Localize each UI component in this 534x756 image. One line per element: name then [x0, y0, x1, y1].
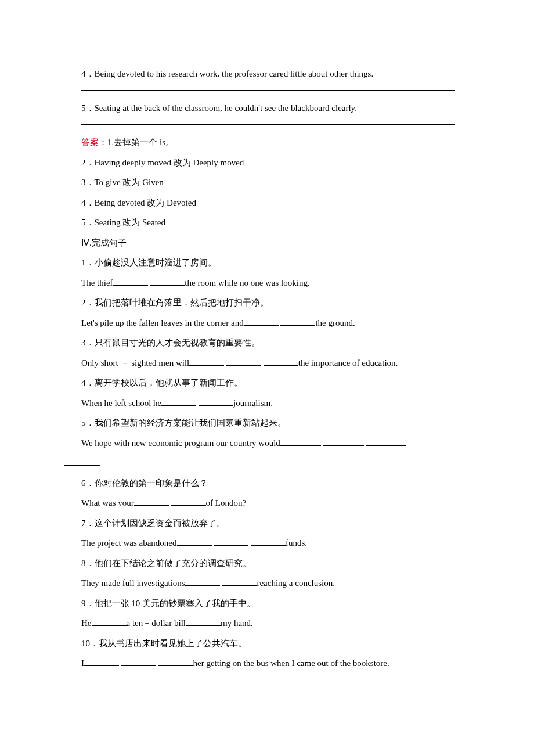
blank — [323, 437, 364, 446]
blank — [92, 617, 127, 626]
sentence-1-en-b: the room while no one was looking. — [185, 278, 309, 287]
blank — [280, 316, 315, 326]
blank — [150, 276, 185, 286]
blank — [161, 397, 196, 406]
sentence-5-en-cont: . — [64, 453, 470, 473]
sentence-10-cn: 10．我从书店出来时看见她上了公共汽车。 — [64, 633, 470, 654]
answers-block: 答案：1.去掉第一个 is。 — [64, 132, 470, 153]
sentence-2-cn: 2．我们把落叶堆在角落里，然后把地打扫干净。 — [64, 293, 470, 313]
sentence-3-en: Only short － sighted men will the import… — [64, 353, 470, 373]
blank — [134, 496, 169, 506]
sentence-7-en-b: funds. — [286, 538, 307, 548]
answer-label: 答案： — [81, 138, 107, 147]
question-4-text: 4．Being devoted to his research work, th… — [64, 64, 470, 84]
answer-4-text: 4．Being devoted 改为 Devoted — [64, 193, 470, 213]
blank — [177, 537, 212, 546]
sentence-4-en: When he left school he journalism. — [64, 393, 470, 413]
section-4-heading: Ⅳ.完成句子 — [64, 233, 470, 253]
sentence-9-en-c: my hand. — [221, 618, 253, 628]
sentence-6-en-a: What was your — [81, 498, 134, 507]
sentence-5-en-a: We hope with new economic program our co… — [81, 438, 280, 448]
sentence-8-cn: 8．他们在下结论之前做了充分的调查研究。 — [64, 553, 470, 574]
answer-5-text: 5．Seating 改为 Seated — [64, 213, 470, 233]
document-page: 4．Being devoted to his research work, th… — [0, 0, 534, 732]
question-5-text: 5．Seating at the back of the classroom, … — [64, 98, 470, 118]
sentence-4-en-b: journalism. — [233, 398, 273, 408]
answer-2-text: 2．Having deeply moved 改为 Deeply moved — [64, 153, 470, 173]
sentence-6-en: What was your of London? — [64, 493, 470, 513]
blank — [186, 617, 221, 626]
blank — [264, 357, 298, 366]
blank — [226, 357, 261, 366]
blank — [84, 657, 119, 666]
sentence-8-en: They made full investigations reaching a… — [64, 573, 470, 593]
sentence-2-en-b: the ground. — [315, 318, 355, 327]
sentence-3-cn: 3．只有鼠目寸光的人才会无视教育的重要性。 — [64, 333, 470, 353]
blank — [113, 276, 148, 286]
blank — [199, 397, 233, 406]
answer-1-text: 1.去掉第一个 is。 — [107, 138, 174, 147]
sentence-1-en: The thief the room while no one was look… — [64, 273, 470, 293]
sentence-10-en-b: her getting on the bus when I came out o… — [193, 658, 389, 668]
sentence-7-en-a: The project was abandoned — [81, 538, 177, 548]
blank — [222, 577, 257, 586]
sentence-8-en-a: They made full investigations — [81, 578, 185, 588]
sentence-6-cn: 6．你对伦敦的第一印象是什么？ — [64, 473, 470, 494]
sentence-5-en: We hope with new economic program our co… — [64, 433, 470, 453]
blank — [366, 437, 406, 446]
blank — [64, 456, 99, 466]
sentence-2-en-a: Let's pile up the fallen leaves in the c… — [81, 318, 244, 327]
sentence-5-en-b: . — [99, 458, 101, 467]
sentence-5-cn: 5．我们希望新的经济方案能让我们国家重新站起来。 — [64, 413, 470, 433]
blank — [214, 537, 248, 546]
blank — [171, 496, 206, 506]
blank — [251, 537, 286, 546]
sentence-6-en-b: of London? — [206, 498, 247, 507]
blank — [158, 657, 193, 666]
sentence-1-en-a: The thief — [81, 278, 113, 287]
answer-3-text: 3．To give 改为 Given — [64, 172, 470, 193]
sentence-10-en: I her getting on the bus when I came out… — [64, 653, 470, 674]
sentence-9-cn: 9．他把一张 10 美元的钞票塞入了我的手中。 — [64, 593, 470, 614]
blank — [189, 357, 224, 366]
sentence-2-en: Let's pile up the fallen leaves in the c… — [64, 313, 470, 333]
sentence-3-en-b: the importance of education. — [298, 358, 398, 368]
blank — [185, 577, 220, 586]
blank — [280, 437, 321, 446]
sentence-8-en-b: reaching a conclusion. — [257, 578, 335, 588]
blank — [121, 657, 156, 666]
sentence-7-cn: 7．这个计划因缺乏资金而被放弃了。 — [64, 513, 470, 534]
sentence-9-en-a: He — [81, 618, 92, 628]
sentence-1-cn: 1．小偷趁没人注意时溜进了房间。 — [64, 253, 470, 273]
sentence-4-cn: 4．离开学校以后，他就从事了新闻工作。 — [64, 373, 470, 393]
blank — [244, 316, 279, 326]
sentence-3-en-a: Only short － sighted men will — [81, 358, 189, 368]
answer-line — [81, 124, 455, 125]
sentence-4-en-a: When he left school he — [81, 398, 161, 408]
sentence-9-en: Hea ten－dollar billmy hand. — [64, 613, 470, 633]
sentence-9-en-b: a ten－dollar bill — [127, 618, 186, 628]
answer-line — [81, 89, 455, 91]
sentence-7-en: The project was abandoned funds. — [64, 533, 470, 553]
